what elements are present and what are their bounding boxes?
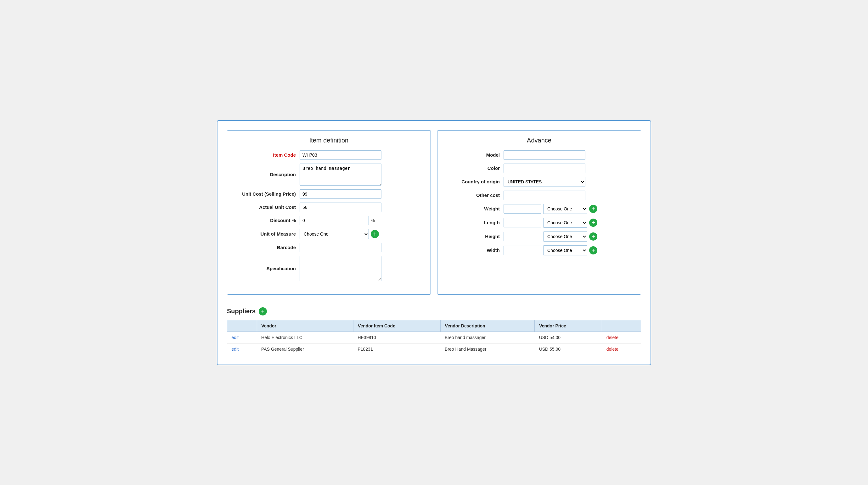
width-input-group: Choose One cm in mm + bbox=[503, 245, 597, 255]
suppliers-header-row: Vendor Vendor Item Code Vendor Descripti… bbox=[227, 320, 641, 331]
length-unit-select[interactable]: Choose One cm in mm bbox=[543, 218, 587, 228]
item-code-input[interactable] bbox=[300, 150, 381, 160]
model-input[interactable] bbox=[503, 150, 585, 160]
width-input[interactable] bbox=[503, 246, 541, 255]
item-code-label: Item Code bbox=[237, 152, 300, 158]
other-cost-label: Other cost bbox=[447, 193, 503, 198]
other-cost-row: Other cost bbox=[447, 191, 631, 200]
discount-row: Discount % % bbox=[237, 216, 421, 225]
model-label: Model bbox=[447, 152, 503, 158]
unit-cost-input[interactable] bbox=[300, 189, 381, 199]
main-container: Item definition Item Code Description Br… bbox=[217, 120, 651, 365]
col-vendor: Vendor bbox=[257, 320, 353, 331]
description-row: Description Breo hand massager bbox=[237, 164, 421, 186]
edit-link-2[interactable]: edit bbox=[231, 347, 239, 352]
unit-of-measure-label: Unit of Measure bbox=[237, 231, 300, 236]
length-input-group: Choose One cm in mm + bbox=[503, 218, 597, 228]
country-label: Country of origin bbox=[447, 179, 503, 184]
delete-link-2[interactable]: delete bbox=[607, 347, 618, 352]
add-unit-button[interactable]: + bbox=[371, 230, 379, 238]
advance-title: Advance bbox=[447, 137, 631, 144]
unit-cost-row: Unit Cost (Selling Price) bbox=[237, 189, 421, 199]
supplier-price-1: USD 54.00 bbox=[535, 331, 602, 343]
weight-label: Weight bbox=[447, 206, 503, 212]
other-cost-input[interactable] bbox=[503, 191, 585, 200]
supplier-description-1: Breo hand massager bbox=[440, 331, 535, 343]
suppliers-table: Vendor Vendor Item Code Vendor Descripti… bbox=[227, 320, 641, 355]
weight-input[interactable] bbox=[503, 204, 541, 214]
actual-unit-cost-row: Actual Unit Cost bbox=[237, 202, 421, 212]
description-input[interactable]: Breo hand massager bbox=[300, 164, 381, 186]
item-code-row: Item Code bbox=[237, 150, 421, 160]
col-delete bbox=[602, 320, 641, 331]
supplier-delete-2: delete bbox=[602, 343, 641, 355]
supplier-price-2: USD 55.00 bbox=[535, 343, 602, 355]
table-row: edit PAS General Supplier P18231 Breo Ha… bbox=[227, 343, 641, 355]
discount-input-group: % bbox=[300, 216, 375, 225]
country-select[interactable]: UNITED STATES CHINA JAPAN GERMANY OTHER bbox=[503, 177, 585, 187]
supplier-item-code-1: HE39810 bbox=[353, 331, 440, 343]
suppliers-header: Suppliers + bbox=[227, 307, 641, 316]
table-row: edit Helo Electronics LLC HE39810 Breo h… bbox=[227, 331, 641, 343]
unit-of-measure-select[interactable]: Choose One EA BOX PCS bbox=[300, 229, 369, 239]
color-row: Color bbox=[447, 164, 631, 173]
unit-of-measure-group: Choose One EA BOX PCS + bbox=[300, 229, 379, 239]
edit-link-1[interactable]: edit bbox=[231, 335, 239, 340]
add-height-button[interactable]: + bbox=[589, 232, 597, 240]
width-row: Width Choose One cm in mm + bbox=[447, 245, 631, 255]
width-label: Width bbox=[447, 248, 503, 253]
suppliers-section: Suppliers + Vendor Vendor Item Code Vend… bbox=[227, 307, 641, 355]
advance-panel: Advance Model Color Country of origin UN… bbox=[437, 130, 641, 295]
model-row: Model bbox=[447, 150, 631, 160]
suppliers-title: Suppliers bbox=[227, 308, 255, 315]
actual-unit-cost-label: Actual Unit Cost bbox=[237, 204, 300, 210]
top-section: Item definition Item Code Description Br… bbox=[227, 130, 641, 295]
height-input-group: Choose One cm in mm + bbox=[503, 231, 597, 241]
height-label: Height bbox=[447, 234, 503, 239]
suppliers-table-body: edit Helo Electronics LLC HE39810 Breo h… bbox=[227, 331, 641, 355]
unit-of-measure-row: Unit of Measure Choose One EA BOX PCS + bbox=[237, 229, 421, 239]
specification-label: Specification bbox=[237, 266, 300, 271]
weight-row: Weight Choose One kg lb g oz + bbox=[447, 204, 631, 214]
add-supplier-button[interactable]: + bbox=[259, 307, 267, 316]
add-weight-button[interactable]: + bbox=[589, 205, 597, 213]
color-input[interactable] bbox=[503, 164, 585, 173]
discount-label: Discount % bbox=[237, 218, 300, 223]
length-input[interactable] bbox=[503, 218, 541, 227]
specification-input[interactable] bbox=[300, 256, 381, 281]
color-label: Color bbox=[447, 165, 503, 171]
specification-row: Specification bbox=[237, 256, 421, 281]
width-unit-select[interactable]: Choose One cm in mm bbox=[543, 245, 587, 255]
item-definition-title: Item definition bbox=[237, 137, 421, 144]
delete-link-1[interactable]: delete bbox=[607, 335, 618, 340]
add-length-button[interactable]: + bbox=[589, 219, 597, 227]
height-row: Height Choose One cm in mm + bbox=[447, 231, 631, 241]
country-row: Country of origin UNITED STATES CHINA JA… bbox=[447, 177, 631, 187]
supplier-edit-2: edit bbox=[227, 343, 257, 355]
supplier-delete-1: delete bbox=[602, 331, 641, 343]
barcode-input[interactable] bbox=[300, 243, 381, 252]
col-edit bbox=[227, 320, 257, 331]
supplier-description-2: Breo Hand Massager bbox=[440, 343, 535, 355]
percent-sign: % bbox=[371, 218, 375, 223]
length-label: Length bbox=[447, 220, 503, 225]
height-unit-select[interactable]: Choose One cm in mm bbox=[543, 231, 587, 241]
discount-input[interactable] bbox=[300, 216, 369, 225]
add-width-button[interactable]: + bbox=[589, 246, 597, 254]
weight-input-group: Choose One kg lb g oz + bbox=[503, 204, 597, 214]
suppliers-table-head: Vendor Vendor Item Code Vendor Descripti… bbox=[227, 320, 641, 331]
weight-unit-select[interactable]: Choose One kg lb g oz bbox=[543, 204, 587, 214]
col-vendor-price: Vendor Price bbox=[535, 320, 602, 331]
actual-unit-cost-input[interactable] bbox=[300, 202, 381, 212]
col-vendor-item-code: Vendor Item Code bbox=[353, 320, 440, 331]
supplier-vendor-2: PAS General Supplier bbox=[257, 343, 353, 355]
description-label: Description bbox=[237, 172, 300, 177]
barcode-label: Barcode bbox=[237, 245, 300, 250]
barcode-row: Barcode bbox=[237, 243, 421, 252]
length-row: Length Choose One cm in mm + bbox=[447, 218, 631, 228]
supplier-edit-1: edit bbox=[227, 331, 257, 343]
supplier-item-code-2: P18231 bbox=[353, 343, 440, 355]
height-input[interactable] bbox=[503, 232, 541, 241]
unit-cost-label: Unit Cost (Selling Price) bbox=[237, 191, 300, 197]
col-vendor-description: Vendor Description bbox=[440, 320, 535, 331]
